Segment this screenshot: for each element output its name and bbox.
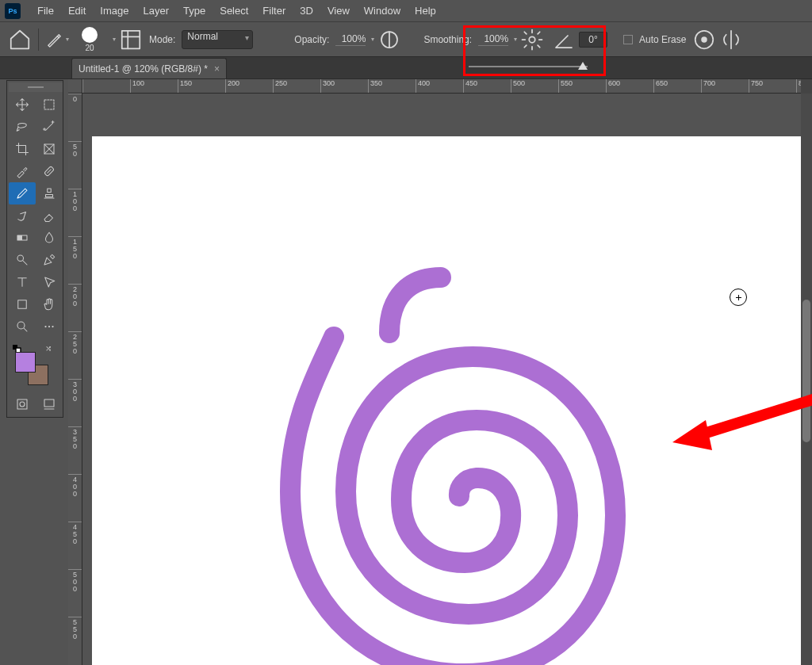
stamp-tool-icon[interactable] bbox=[36, 182, 63, 204]
menu-view[interactable]: View bbox=[320, 0, 357, 21]
history-brush-tool-icon[interactable] bbox=[9, 204, 36, 227]
ruler-vertical[interactable]: 050100150200250300350400450500550 bbox=[68, 94, 82, 665]
svg-point-16 bbox=[44, 326, 46, 327]
blur-tool-icon[interactable] bbox=[36, 227, 63, 249]
workspace: 1001502002503003504004505005506006507007… bbox=[68, 79, 812, 665]
path-select-tool-icon[interactable] bbox=[36, 271, 63, 293]
crop-tool-icon[interactable] bbox=[9, 138, 36, 160]
magic-wand-tool-icon[interactable] bbox=[36, 116, 63, 138]
auto-erase-label: Auto Erase bbox=[639, 34, 686, 45]
svg-point-17 bbox=[48, 326, 50, 327]
swap-colors-icon[interactable]: ⤭ bbox=[45, 344, 55, 354]
menu-file[interactable]: File bbox=[30, 0, 61, 21]
chevron-down-icon[interactable]: ▾ bbox=[371, 36, 374, 43]
spiral-drawing bbox=[227, 254, 639, 665]
menu-bar: Ps File Edit Image Layer Type Select Fil… bbox=[0, 0, 812, 22]
pencil-tool-icon[interactable] bbox=[9, 182, 36, 204]
auto-erase-checkbox[interactable] bbox=[623, 35, 633, 44]
ps-logo: Ps bbox=[5, 3, 21, 19]
svg-point-4 bbox=[702, 36, 708, 43]
close-icon[interactable]: × bbox=[214, 63, 220, 75]
smoothing-label: Smoothing: bbox=[423, 34, 472, 45]
brush-panel-icon[interactable] bbox=[119, 28, 143, 52]
menu-layer[interactable]: Layer bbox=[136, 0, 177, 21]
screen-mode-icon[interactable] bbox=[36, 393, 63, 415]
chevron-down-icon: ▾ bbox=[66, 36, 69, 43]
lasso-tool-icon[interactable] bbox=[9, 116, 36, 138]
svg-rect-21 bbox=[17, 399, 27, 409]
home-icon[interactable] bbox=[8, 28, 32, 52]
chevron-down-icon[interactable]: ▾ bbox=[514, 36, 517, 43]
opacity-label: Opacity: bbox=[294, 34, 329, 45]
brush-cursor-icon bbox=[730, 289, 747, 306]
menu-type[interactable]: Type bbox=[176, 0, 213, 21]
svg-rect-5 bbox=[44, 100, 54, 109]
angle-input[interactable] bbox=[579, 32, 607, 48]
menu-select[interactable]: Select bbox=[213, 0, 255, 21]
zoom-tool-icon[interactable] bbox=[9, 315, 36, 338]
symmetry-icon[interactable] bbox=[719, 28, 743, 52]
dodge-tool-icon[interactable] bbox=[9, 249, 36, 271]
angle-icon[interactable] bbox=[552, 28, 576, 52]
menu-image[interactable]: Image bbox=[93, 0, 136, 21]
svg-point-2 bbox=[529, 36, 535, 43]
pressure-opacity-icon[interactable] bbox=[377, 28, 401, 52]
brush-size-value: 20 bbox=[85, 44, 94, 52]
svg-marker-25 bbox=[672, 420, 712, 450]
svg-rect-12 bbox=[17, 235, 22, 240]
more-tools-icon[interactable] bbox=[36, 315, 63, 338]
smoothing-value[interactable]: 100% bbox=[478, 33, 508, 46]
annotation-arrow bbox=[672, 388, 812, 468]
svg-rect-0 bbox=[122, 30, 140, 48]
svg-point-22 bbox=[20, 402, 25, 407]
gear-icon[interactable] bbox=[520, 28, 544, 52]
gradient-tool-icon[interactable] bbox=[9, 227, 36, 249]
menu-help[interactable]: Help bbox=[408, 0, 443, 21]
brush-tip-icon bbox=[82, 27, 98, 43]
type-tool-icon[interactable] bbox=[9, 271, 36, 293]
mode-value: Normal bbox=[187, 31, 218, 42]
options-bar: ▾ 20 ▾ Mode: Normal Opacity: 100% ▾ Smoo… bbox=[0, 22, 812, 57]
foreground-swatch[interactable] bbox=[15, 352, 36, 373]
menu-filter[interactable]: Filter bbox=[255, 0, 293, 21]
svg-rect-14 bbox=[18, 300, 27, 309]
menu-window[interactable]: Window bbox=[357, 0, 408, 21]
frame-tool-icon[interactable] bbox=[36, 138, 63, 160]
shape-tool-icon[interactable] bbox=[9, 293, 36, 315]
svg-point-18 bbox=[52, 326, 53, 327]
marquee-tool-icon[interactable] bbox=[36, 94, 63, 116]
svg-rect-23 bbox=[44, 399, 54, 407]
pressure-size-icon[interactable] bbox=[692, 28, 716, 52]
divider bbox=[38, 29, 39, 51]
eyedropper-tool-icon[interactable] bbox=[9, 160, 36, 182]
menu-3d[interactable]: 3D bbox=[293, 0, 320, 21]
svg-line-24 bbox=[696, 396, 812, 436]
healing-tool-icon[interactable] bbox=[36, 160, 63, 182]
ruler-origin[interactable] bbox=[68, 79, 82, 94]
svg-point-15 bbox=[17, 322, 25, 329]
toolbox-grip[interactable] bbox=[9, 82, 63, 92]
pen-tool-icon[interactable] bbox=[36, 249, 63, 271]
mode-select[interactable]: Normal bbox=[182, 30, 253, 49]
document-tab[interactable]: Untitled-1 @ 120% (RGB/8#) * × bbox=[71, 58, 227, 78]
mode-label: Mode: bbox=[149, 34, 175, 45]
svg-line-10 bbox=[48, 170, 52, 174]
quick-mask-icon[interactable] bbox=[9, 393, 36, 415]
hand-tool-icon[interactable] bbox=[36, 293, 63, 315]
menu-edit[interactable]: Edit bbox=[61, 0, 93, 21]
color-swatches: ⤭ bbox=[9, 342, 63, 390]
brush-preview[interactable]: 20 bbox=[72, 27, 107, 52]
scrollbar-vertical[interactable] bbox=[801, 94, 812, 665]
ruler-horizontal[interactable]: 1001502002503003504004505005506006507007… bbox=[82, 79, 801, 94]
tool-preset-pencil-icon[interactable]: ▾ bbox=[45, 28, 69, 52]
chevron-down-icon[interactable]: ▾ bbox=[113, 36, 116, 43]
eraser-tool-icon[interactable] bbox=[36, 204, 63, 227]
svg-point-13 bbox=[17, 255, 24, 262]
document-tab-strip: Untitled-1 @ 120% (RGB/8#) * × bbox=[0, 57, 812, 79]
opacity-value[interactable]: 100% bbox=[335, 33, 366, 46]
toolbox: ⤭ bbox=[6, 80, 63, 418]
move-tool-icon[interactable] bbox=[9, 94, 36, 116]
tab-title: Untitled-1 @ 120% (RGB/8#) * bbox=[79, 63, 208, 75]
